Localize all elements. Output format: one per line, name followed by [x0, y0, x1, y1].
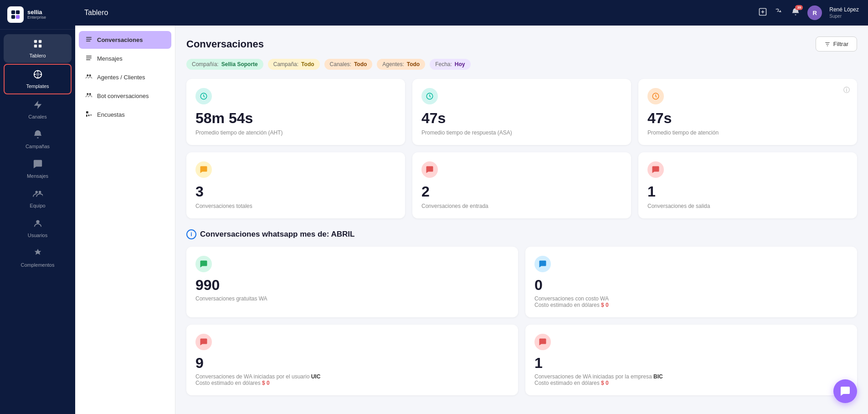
complementos-icon — [33, 248, 43, 260]
wa-grid: 990 Conversaciones gratuitas WA 0 Conver… — [186, 247, 857, 395]
sec-nav-encuestas[interactable]: Encuestas — [79, 106, 171, 124]
sidebar-item-usuarios[interactable]: Usuarios — [4, 214, 72, 243]
export-icon[interactable] — [758, 7, 767, 19]
wa-section-header: i Conversaciones whatsapp mes de: ABRIL — [186, 229, 857, 239]
translate-icon[interactable] — [775, 7, 784, 19]
topbar-title: Tablero — [84, 9, 108, 17]
metric-card-prom-atencion: 47s Promedio tiempo de atención ⓘ — [638, 79, 857, 145]
entrada-value: 2 — [421, 183, 622, 200]
aht-value: 58m 54s — [195, 110, 396, 127]
prom-icon-wrap — [647, 88, 664, 104]
svg-rect-2 — [11, 15, 15, 19]
aht-icon-wrap — [195, 88, 212, 104]
campanas-icon — [33, 129, 43, 142]
wa-uic-cost: $ 0 — [262, 380, 270, 386]
wa-costo-sublabel: Costo estimado en dólares $ 0 — [534, 302, 848, 308]
sidebar-item-canales[interactable]: Canales — [4, 95, 72, 124]
equipo-label: Equipo — [30, 203, 45, 208]
wa-costo-label: Conversaciones con costo WA — [534, 295, 848, 302]
svg-rect-4 — [34, 40, 36, 43]
wa-costo-icon — [534, 256, 551, 272]
user-avatar: R — [807, 5, 822, 20]
sec-nav-mensajes[interactable]: Mensajes — [79, 50, 171, 67]
sidebar-item-tablero[interactable]: Tablero — [4, 34, 72, 63]
sec-nav-bot[interactable]: Bot conversaciones — [79, 87, 171, 105]
filter-channels[interactable]: Canales: Todo — [324, 59, 373, 70]
metric-card-salida: 1 Conversaciones de salida — [638, 152, 857, 218]
company-label: Compañía: — [192, 61, 219, 67]
wa-bic-cost: $ 0 — [601, 380, 609, 386]
wa-costo-value: 0 — [534, 277, 848, 294]
notification-count: 39 — [795, 5, 803, 10]
metric-card-total: 3 Conversaciones totales — [186, 152, 405, 218]
wa-card-costo: 0 Conversaciones con costo WA Costo esti… — [525, 247, 857, 317]
entrada-label: Conversaciones de entrada — [421, 203, 622, 209]
conversaciones-nav-icon — [85, 36, 92, 44]
sidebar-item-complementos[interactable]: Complementos — [4, 243, 72, 272]
templates-label: Templates — [26, 83, 49, 89]
encuestas-nav-label: Encuestas — [97, 111, 125, 118]
tablero-icon — [33, 39, 43, 51]
filter-agents[interactable]: Agentes: Todo — [377, 59, 425, 70]
canales-icon — [33, 100, 43, 112]
channels-label: Canales: — [330, 61, 351, 67]
main-area: Tablero 39 R — [75, 0, 868, 414]
agents-label: Agentes: — [382, 61, 404, 67]
svg-point-12 — [36, 220, 39, 223]
date-value: Hoy — [455, 61, 465, 67]
sidebar-item-mensajes[interactable]: Mensajes — [4, 155, 72, 183]
wa-info-circle: i — [186, 229, 196, 239]
brand-tagline: Enterprise — [27, 16, 46, 20]
wa-bic-icon — [534, 334, 551, 350]
logo-icon — [7, 6, 24, 23]
wa-bic-sublabel: Costo estimado en dólares $ 0 — [534, 380, 848, 386]
mensajes-label: Mensajes — [27, 173, 48, 179]
chat-fab[interactable] — [833, 379, 857, 403]
bot-nav-label: Bot conversaciones — [97, 93, 149, 99]
mensajes-icon — [33, 159, 43, 171]
agents-value: Todo — [407, 61, 420, 67]
total-value: 3 — [195, 183, 396, 200]
svg-point-22 — [87, 93, 88, 95]
prom-info-icon[interactable]: ⓘ — [843, 86, 850, 94]
sec-nav-agentes-clientes[interactable]: Agentes / Clientes — [79, 68, 171, 86]
filter-company[interactable]: Compañía: Sellia Soporte — [186, 59, 263, 70]
wa-uic-sublabel: Costo estimado en dólares $ 0 — [195, 380, 509, 386]
sidebar-item-campanas[interactable]: Campañas — [4, 125, 72, 154]
filter-campaign[interactable]: Campaña: Todo — [268, 59, 320, 70]
prom-value: 47s — [647, 110, 848, 127]
svg-point-11 — [38, 191, 41, 194]
total-icon-wrap — [195, 161, 212, 178]
usuarios-icon — [33, 218, 43, 231]
sec-nav-conversaciones[interactable]: Conversaciones — [79, 31, 171, 49]
metric-card-asa: 47s Promedio tiempo de respuesta (ASA) — [412, 79, 631, 145]
total-label: Conversaciones totales — [195, 203, 396, 209]
mensajes-nav-label: Mensajes — [97, 55, 123, 62]
filter-button[interactable]: Filtrar — [816, 36, 857, 52]
notifications-icon[interactable]: 39 — [791, 7, 800, 19]
main-panel: Conversaciones Filtrar Compañía: Sellia … — [175, 26, 868, 414]
templates-icon — [33, 69, 43, 82]
wa-uic-label: Conversaciones de WA iniciadas por el us… — [195, 373, 509, 380]
filter-date[interactable]: Fecha: Hoy — [430, 59, 470, 70]
svg-point-20 — [87, 74, 88, 76]
agentes-nav-label: Agentes / Clientes — [97, 74, 145, 81]
wa-card-bic: 1 Conversaciones de WA iniciadas por la … — [525, 325, 857, 395]
page-title: Conversaciones — [186, 38, 264, 50]
svg-rect-24 — [86, 111, 88, 114]
sidebar-item-equipo[interactable]: Equipo — [4, 184, 72, 213]
wa-section-title: Conversaciones whatsapp mes de: ABRIL — [200, 230, 354, 239]
complementos-label: Complementos — [21, 262, 55, 268]
wa-costo-cost: $ 0 — [601, 302, 609, 308]
agentes-nav-icon — [85, 73, 92, 82]
svg-rect-14 — [86, 37, 92, 37]
mensajes-nav-icon — [85, 54, 92, 63]
svg-rect-1 — [16, 10, 20, 14]
entrada-icon-wrap — [421, 161, 438, 178]
svg-rect-26 — [88, 114, 90, 116]
encuestas-nav-icon — [85, 110, 92, 119]
campanas-label: Campañas — [26, 144, 50, 149]
sidebar-item-templates[interactable]: Templates — [4, 64, 72, 94]
wa-card-gratuitas: 990 Conversaciones gratuitas WA — [186, 247, 518, 317]
topbar: Tablero 39 R — [75, 0, 868, 26]
